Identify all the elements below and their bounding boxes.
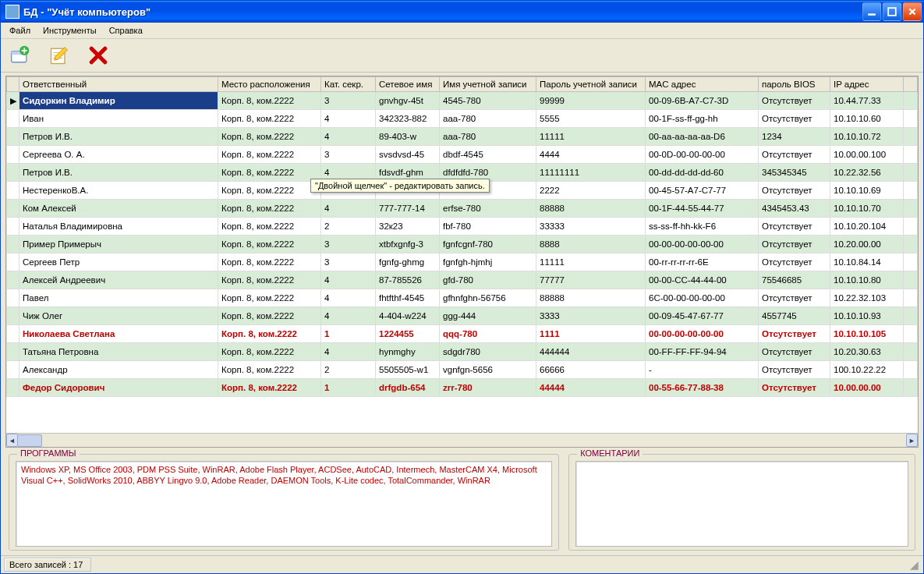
cell[interactable]: aaa-780 [440, 110, 536, 128]
cell[interactable]: 1234 [759, 128, 830, 146]
cell[interactable]: 88888 [536, 289, 646, 307]
cell[interactable] [904, 325, 918, 343]
cell[interactable]: 00-00-CC-44-44-00 [646, 271, 759, 289]
header-row[interactable]: Ответственный Место расположения Кат. се… [7, 77, 918, 92]
table-row[interactable]: Федор СидоровичКорп. 8, ком.22221drfgdb-… [7, 379, 918, 397]
cell[interactable] [904, 343, 918, 361]
maximize-button[interactable] [883, 2, 901, 21]
cell[interactable] [904, 236, 918, 253]
cell[interactable]: 2 [321, 218, 376, 236]
cell[interactable]: 00-45-57-A7-C7-77 [646, 182, 759, 200]
cell[interactable]: Чиж Олег [19, 307, 218, 325]
cell[interactable]: 10.10.10.60 [830, 110, 904, 128]
cell[interactable]: ▶ [7, 92, 19, 110]
cell[interactable]: 00-1F-ss-ff-gg-hh [646, 110, 759, 128]
cell[interactable] [904, 110, 918, 128]
cell[interactable]: 2 [321, 361, 376, 379]
cell[interactable]: 4 [321, 200, 376, 218]
cell[interactable]: 10.10.10.80 [830, 271, 904, 289]
table-row[interactable]: Татьяна ПетровнаКорп. 8, ком.22224hynmgh… [7, 343, 918, 361]
cell[interactable]: aaa-780 [440, 128, 536, 146]
cell[interactable]: Пример Примерыч [19, 236, 218, 253]
cell[interactable]: gnvhgv-45t [376, 92, 440, 110]
table-row[interactable]: Алексей АндреевичКорп. 8, ком.2222487-78… [7, 271, 918, 289]
cell[interactable]: 444444 [536, 343, 646, 361]
cell[interactable]: 342323-882 [376, 110, 440, 128]
cell[interactable]: 4 [321, 307, 376, 325]
cell[interactable] [904, 128, 918, 146]
cell[interactable]: Наталья Владимировна [19, 218, 218, 236]
cell[interactable]: sdgdr780 [440, 343, 536, 361]
cell[interactable] [7, 218, 19, 236]
cell[interactable]: НестеренкоВ.А. [19, 182, 218, 200]
cell[interactable]: qqq-780 [440, 325, 536, 343]
cell[interactable]: 10.20.30.63 [830, 343, 904, 361]
delete-button[interactable] [87, 44, 110, 67]
cell[interactable]: fgnfg-ghmg [376, 253, 440, 271]
cell[interactable]: 10.10.10.93 [830, 307, 904, 325]
cell[interactable]: drfgdb-654 [376, 379, 440, 397]
cell[interactable]: 11111 [536, 128, 646, 146]
table-row[interactable]: Сергеев ПетрКорп. 8, ком.22223fgnfg-ghmg… [7, 253, 918, 271]
resize-grip-icon[interactable]: ◢ [910, 558, 920, 571]
cell[interactable]: 10.22.32.56 [830, 164, 904, 182]
cell[interactable]: 87-785526 [376, 271, 440, 289]
cell[interactable]: 10.10.10.69 [830, 182, 904, 200]
title-bar[interactable]: БД - "Учёт компьютеров" [1, 1, 923, 23]
cell[interactable] [904, 379, 918, 397]
cell[interactable]: 100.10.22.22 [830, 361, 904, 379]
cell[interactable]: 10.10.10.70 [830, 200, 904, 218]
col-marker[interactable] [7, 77, 19, 92]
cell[interactable]: erfse-780 [440, 200, 536, 218]
col-password[interactable]: Пароль учетной записи [536, 77, 646, 92]
cell[interactable]: 345345345 [759, 164, 830, 182]
cell[interactable]: 3333 [536, 307, 646, 325]
cell[interactable]: 00-FF-FF-FF-94-94 [646, 343, 759, 361]
table-row[interactable]: Сергеева О. А.Корп. 8, ком.22223svsdvsd-… [7, 146, 918, 164]
table-row[interactable]: Ком АлексейКорп. 8, ком.22224777-777-14e… [7, 200, 918, 218]
table-row[interactable]: Чиж ОлегКорп. 8, ком.222244-404-w224ggg-… [7, 307, 918, 325]
cell[interactable]: Корп. 8, ком.2222 [218, 110, 321, 128]
cell[interactable]: Николаева Светлана [19, 325, 218, 343]
cell[interactable] [7, 128, 19, 146]
cell[interactable] [904, 253, 918, 271]
scroll-thumb[interactable] [17, 434, 42, 447]
cell[interactable]: 00-09-6B-A7-C7-3D [646, 92, 759, 110]
cell[interactable]: 00-55-66-77-88-38 [646, 379, 759, 397]
cell[interactable]: Сергеева О. А. [19, 146, 218, 164]
cell[interactable]: Корп. 8, ком.2222 [218, 200, 321, 218]
cell[interactable]: 4557745 [759, 307, 830, 325]
cell[interactable]: 4-404-w224 [376, 307, 440, 325]
cell[interactable]: 89-403-w [376, 128, 440, 146]
col-cat[interactable]: Кат. секр. [321, 77, 376, 92]
cell[interactable]: Корп. 8, ком.2222 [218, 307, 321, 325]
cell[interactable]: 10.00.00.00 [830, 379, 904, 397]
cell[interactable]: Сидоркин Владимир [19, 92, 218, 110]
cell[interactable] [904, 92, 918, 110]
col-mac[interactable]: MAC адрес [646, 77, 759, 92]
table-row[interactable]: Петров И.В.Корп. 8, ком.2222489-403-waaa… [7, 128, 918, 146]
cell[interactable] [7, 236, 19, 253]
cell[interactable]: hynmghy [376, 343, 440, 361]
cell[interactable]: 33333 [536, 218, 646, 236]
edit-button[interactable] [48, 44, 71, 67]
cell[interactable]: Отсутствует [759, 146, 830, 164]
cell[interactable] [7, 164, 19, 182]
cell[interactable]: 10.20.00.00 [830, 236, 904, 253]
cell[interactable]: Корп. 8, ком.2222 [218, 325, 321, 343]
table-row[interactable]: Наталья ВладимировнаКорп. 8, ком.2222232… [7, 218, 918, 236]
cell[interactable]: Отсутствует [759, 110, 830, 128]
cell[interactable]: Отсутствует [759, 182, 830, 200]
cell[interactable]: Александр [19, 361, 218, 379]
cell[interactable]: Сергеев Петр [19, 253, 218, 271]
col-netname[interactable]: Сетевое имя [376, 77, 440, 92]
cell[interactable]: 4 [321, 289, 376, 307]
cell[interactable]: Федор Сидорович [19, 379, 218, 397]
cell[interactable]: Корп. 8, ком.2222 [218, 128, 321, 146]
cell[interactable]: Отсутствует [759, 361, 830, 379]
cell[interactable]: Корп. 8, ком.2222 [218, 343, 321, 361]
cell[interactable]: Отсутствует [759, 325, 830, 343]
cell[interactable]: Отсутствует [759, 236, 830, 253]
cell[interactable]: 00-rr-rr-rr-rr-6E [646, 253, 759, 271]
cell[interactable]: 11111 [536, 253, 646, 271]
